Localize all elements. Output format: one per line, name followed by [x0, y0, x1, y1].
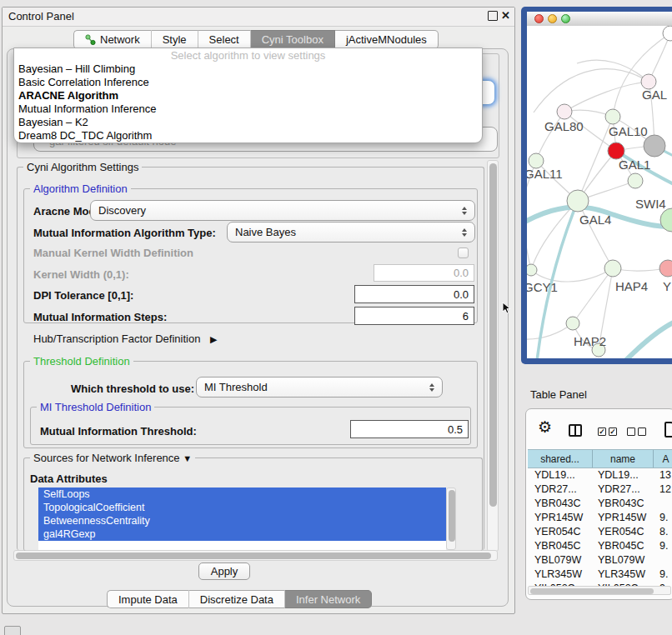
algorithm-option-mutual-information-inference[interactable]: Mutual Information Inference	[14, 102, 482, 116]
tab-discretize-data-label: Discretize Data	[200, 593, 273, 606]
settings-gear-icon[interactable]: ⚙	[538, 419, 552, 435]
dpi-tolerance-input[interactable]: 0.0	[354, 285, 474, 303]
table-cell: 8.	[659, 526, 668, 538]
algorithm-option-bayesian-hill-climbing[interactable]: Bayesian – Hill Climbing	[14, 62, 482, 76]
node-gal11-label: GAL11	[527, 167, 563, 181]
manual-kernel-checkbox[interactable]	[458, 248, 469, 258]
control-panel-titlebar	[3, 8, 514, 27]
apply-button[interactable]: Apply	[198, 562, 250, 580]
algorithm-option-aracne-algorithm[interactable]: ARACNE Algorithm	[14, 89, 482, 102]
mi-steps-input[interactable]: 6	[354, 307, 474, 325]
kernel-width-label: Kernel Width (0,1):	[33, 268, 129, 281]
algorithm-option-dream8-dc-tdc-algorithm[interactable]: Dream8 DC_TDC Algorithm	[14, 129, 482, 142]
tab-style[interactable]: Style	[152, 30, 198, 49]
column-view-icon[interactable]	[569, 424, 582, 437]
tab-impute-data[interactable]: Impute Data	[107, 590, 189, 608]
float-window-icon[interactable]	[488, 11, 498, 21]
mi-threshold-group-title: MI Threshold Definition	[37, 401, 154, 413]
tab-cyni-toolbox[interactable]: Cyni Toolbox	[251, 30, 335, 49]
control-panel-title: Control Panel	[8, 10, 74, 22]
algorithm-dropdown-popup: Select algorithm to view settings Bayesi…	[13, 48, 483, 143]
node-gcy1-label: GCY1	[527, 280, 558, 294]
checked-checkbox-icon[interactable]: ✓	[609, 428, 617, 436]
close-window-icon[interactable]: ✕	[501, 9, 510, 22]
tab-select[interactable]: Select	[198, 30, 251, 49]
checked-checkbox-icon[interactable]: ✓	[598, 428, 606, 436]
stepper-arrows-icon	[462, 228, 467, 237]
mi-threshold-input[interactable]: 0.5	[350, 420, 469, 438]
table-cell: 13	[659, 469, 671, 481]
table-cell: YBR045C	[534, 540, 581, 552]
vertical-scrollbar-thumb[interactable]	[489, 163, 497, 507]
table-cell: YDL19...	[598, 469, 639, 481]
close-traffic-light-icon[interactable]	[534, 14, 544, 23]
vertical-scrollbar[interactable]	[487, 160, 499, 552]
tab-jactivemnodules[interactable]: jActiveMNodules	[335, 30, 439, 49]
data-attributes-label: Data Attributes	[30, 472, 108, 485]
table-cell: 9.	[659, 512, 668, 523]
table-row[interactable]: YER054CYER054C8.	[528, 525, 672, 539]
hub-definition-expander[interactable]: Hub/Transcription Factor Definition ▶	[33, 332, 217, 345]
table-cell: YBR043C	[534, 498, 581, 509]
column-header-name[interactable]: name	[593, 450, 654, 468]
network-canvas[interactable]: GALGAL80GAL10GAL1GAL11GAL4SWI4GCY1HAP4YH…	[527, 26, 672, 358]
screen: Control Panel ✕ NetworkStyleSelectCyni T…	[0, 0, 672, 635]
attributes-list-scrollbar-thumb[interactable]	[449, 490, 455, 542]
table-cell: 9.	[659, 568, 668, 580]
expand-right-triangle-icon[interactable]: ▶	[210, 334, 217, 344]
table-row[interactable]: YLR345WYLR345W9.	[528, 568, 672, 582]
algorithm-option-bayesian-k2[interactable]: Bayesian – K2	[14, 116, 482, 129]
node-hap2-label: HAP2	[574, 334, 606, 348]
data-attributes-list[interactable]: SelfLoopsTopologicalCoefficientBetweenne…	[38, 488, 446, 550]
horizontal-scrollbar-thumb[interactable]	[16, 552, 491, 559]
tab-network[interactable]: Network	[73, 30, 152, 49]
horizontal-scrollbar[interactable]	[13, 550, 498, 561]
column-header-shared[interactable]: shared...	[528, 450, 593, 468]
attribute-item-selfloops[interactable]: SelfLoops	[38, 488, 446, 501]
attribute-item-betweennesscentrality[interactable]: BetweennessCentrality	[38, 514, 446, 528]
node-hap4[interactable]	[604, 260, 621, 277]
tab-discretize-data[interactable]: Discretize Data	[189, 590, 285, 608]
which-threshold-label: Which threshold to use:	[71, 382, 194, 395]
collapse-down-triangle-icon[interactable]: ▼	[183, 453, 192, 463]
unchecked-checkbox-icon[interactable]	[627, 428, 635, 436]
node-hap2[interactable]	[566, 317, 579, 330]
unchecked-checkbox-icon[interactable]	[638, 428, 646, 436]
node-gal80[interactable]	[557, 104, 572, 119]
node-gal4[interactable]	[567, 190, 589, 212]
table-row[interactable]: YBL079WYBL079W	[528, 553, 672, 568]
mi-type-combo[interactable]: Naive Bayes	[227, 222, 475, 242]
table-horizontal-scrollbar-thumb[interactable]	[530, 588, 654, 594]
tab-infer-network[interactable]: Infer Network	[285, 590, 372, 608]
table-row[interactable]: YDR27...YDR27...12	[528, 482, 672, 497]
node-y-cut[interactable]	[659, 260, 672, 277]
zoom-traffic-light-icon[interactable]	[561, 14, 570, 23]
node-gal1-label: GAL1	[619, 158, 650, 172]
attributes-list-scrollbar[interactable]	[446, 488, 456, 550]
table-row[interactable]: YBR043CYBR043C	[528, 497, 672, 511]
cyni-algorithm-settings-title: Cyni Algorithm Settings	[23, 161, 142, 173]
which-threshold-combo[interactable]: MI Threshold	[196, 377, 443, 398]
node-gal-cut-label: GAL	[642, 88, 667, 102]
node-gal1[interactable]	[608, 142, 624, 159]
table-row[interactable]: YBR045CYBR045C9.	[528, 539, 672, 553]
table-horizontal-scrollbar[interactable]	[528, 586, 671, 595]
attribute-item-topologicalcoefficient[interactable]: TopologicalCoefficient	[38, 501, 446, 514]
algorithm-option-basic-correlation-inference[interactable]: Basic Correlation Inference	[14, 76, 482, 89]
node-top-partial[interactable]	[663, 26, 672, 41]
attribute-item-gal4rgexp[interactable]: gal4RGexp	[38, 528, 446, 541]
table-row[interactable]: YDL19...YDL19...13	[528, 468, 672, 482]
control-panel-tabbar: NetworkStyleSelectCyni ToolboxjActiveMNo…	[73, 30, 439, 49]
table-cell: 12	[659, 483, 671, 495]
minimize-traffic-light-icon[interactable]	[548, 14, 557, 23]
tab-cyni-toolbox-label: Cyni Toolbox	[262, 33, 323, 46]
column-header-a[interactable]: A	[654, 450, 672, 468]
node-gcy1[interactable]	[527, 264, 537, 276]
export-table-icon[interactable]	[664, 422, 672, 438]
algorithm-dropdown-placeholder: Select algorithm to view settings	[14, 49, 482, 62]
node-green-small[interactable]	[628, 173, 643, 188]
aracne-mode-combo[interactable]: Discovery	[90, 200, 475, 221]
collapsed-panel-icon[interactable]	[4, 626, 21, 635]
table-row[interactable]: YPR145WYPR145W9.	[528, 511, 672, 525]
node-gal10[interactable]	[605, 109, 620, 124]
